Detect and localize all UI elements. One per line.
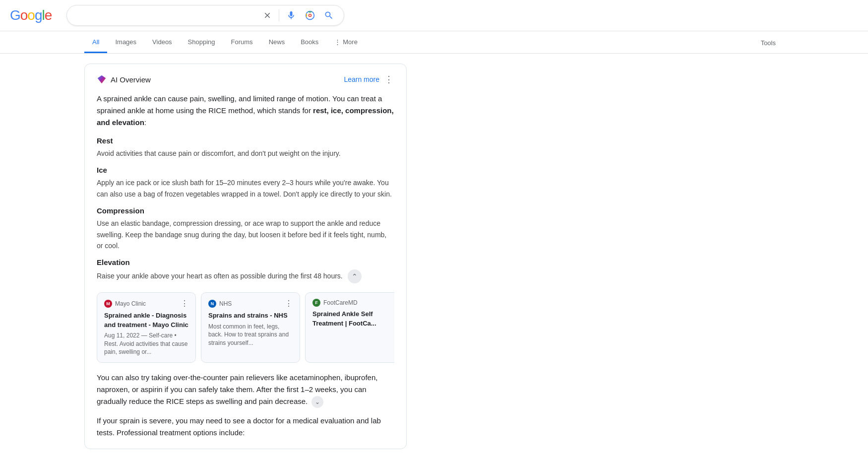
clear-button[interactable]: [261, 11, 274, 20]
nhs-favicon: N: [208, 300, 216, 308]
search-submit-button[interactable]: [322, 10, 336, 20]
ai-diamond-icon: [97, 74, 107, 84]
tab-images[interactable]: Images: [107, 32, 144, 53]
section-ice-text: Apply an ice pack or ice slush bath for …: [97, 177, 394, 199]
google-logo[interactable]: Google: [10, 7, 52, 23]
tab-books[interactable]: Books: [293, 32, 326, 53]
ai-overview-label: AI Overview: [111, 75, 151, 84]
footcare-card-title: Sprained Ankle Self Treatment | FootCa..…: [312, 310, 394, 328]
mayo-site-info: M Mayo Clinic: [104, 300, 146, 308]
nhs-card-snippet: Most common in feet, legs, back. How to …: [208, 323, 293, 347]
collapse-elevation-button[interactable]: ⌃: [348, 269, 362, 283]
header: Google treating a sprained ankle: [0, 0, 868, 31]
section-elevation-text: Raise your ankle above your heart as oft…: [97, 269, 394, 283]
section-compression-title: Compression: [97, 206, 394, 215]
mayo-card-snippet: Aug 11, 2022 — Self-care • Rest. Avoid a…: [104, 331, 188, 356]
source-card-mayo[interactable]: M Mayo Clinic ⋮ Sprained ankle - Diagnos…: [97, 292, 196, 363]
tab-forums[interactable]: Forums: [223, 32, 261, 53]
ai-overview-box: AI Overview Learn more ⋮ A sprained ankl…: [84, 64, 407, 449]
source-card-footcare[interactable]: F FootCareMD Sprained Ankle Self Treatme…: [305, 292, 394, 363]
source-card-footcare-header: F FootCareMD: [312, 299, 394, 307]
mayo-favicon: M: [104, 300, 112, 308]
source-card-nhs[interactable]: N NHS ⋮ Sprains and strains - NHS Most c…: [201, 292, 300, 363]
section-elevation-title: Elevation: [97, 258, 394, 266]
mayo-card-title: Sprained ankle - Diagnosis and treatment…: [104, 311, 188, 329]
voice-search-button[interactable]: [284, 10, 298, 20]
mayo-card-menu[interactable]: ⋮: [181, 299, 188, 308]
footcare-site-info: F FootCareMD: [312, 299, 358, 307]
tab-videos[interactable]: Videos: [144, 32, 180, 53]
mayo-site-name: Mayo Clinic: [115, 300, 146, 307]
ai-intro-text: A sprained ankle can cause pain, swellin…: [97, 93, 394, 129]
section-compression-text: Use an elastic bandage, compression dres…: [97, 218, 394, 251]
ai-outro-text: You can also try taking over-the-counter…: [97, 372, 394, 408]
section-elevation: Elevation Raise your ankle above your he…: [97, 258, 394, 283]
section-ice-title: Ice: [97, 166, 394, 174]
tab-all[interactable]: All: [84, 32, 107, 53]
tab-shopping[interactable]: Shopping: [180, 32, 223, 53]
footcare-site-name: FootCareMD: [323, 299, 358, 306]
section-rest: Rest Avoid activities that cause pain or…: [97, 136, 394, 159]
source-card-nhs-header: N NHS ⋮: [208, 299, 293, 308]
tab-more[interactable]: ⋮ More: [326, 32, 366, 53]
search-input[interactable]: treating a sprained ankle: [75, 11, 256, 20]
section-compression: Compression Use an elastic bandage, comp…: [97, 206, 394, 251]
section-ice: Ice Apply an ice pack or ice slush bath …: [97, 166, 394, 199]
nav-tabs: All Images Videos Shopping Forums News B…: [0, 32, 868, 54]
ai-overview-title-right: Learn more ⋮: [344, 74, 394, 85]
footcare-favicon: F: [312, 299, 320, 307]
section-rest-title: Rest: [97, 136, 394, 145]
tab-news[interactable]: News: [261, 32, 293, 53]
ai-overview-menu-button[interactable]: ⋮: [383, 74, 394, 85]
section-rest-text: Avoid activities that cause pain or disc…: [97, 148, 394, 159]
svg-point-0: [309, 14, 311, 17]
ai-overview-header: AI Overview Learn more ⋮: [97, 74, 394, 85]
tools-button[interactable]: Tools: [753, 33, 784, 53]
main-content: AI Overview Learn more ⋮ A sprained ankl…: [0, 54, 868, 464]
nhs-card-menu[interactable]: ⋮: [285, 299, 293, 308]
nhs-site-name: NHS: [219, 300, 232, 307]
ai-overview-title-left: AI Overview: [97, 74, 151, 84]
learn-more-link[interactable]: Learn more: [344, 75, 379, 83]
lens-button[interactable]: [303, 10, 317, 20]
nhs-card-title: Sprains and strains - NHS: [208, 311, 293, 320]
ai-outro-end-text: If your sprain is severe, you may need t…: [97, 415, 394, 439]
search-bar: treating a sprained ankle: [66, 5, 344, 26]
source-cards: M Mayo Clinic ⋮ Sprained ankle - Diagnos…: [97, 292, 394, 363]
expand-outro-button[interactable]: ⌄: [311, 396, 323, 408]
source-card-mayo-header: M Mayo Clinic ⋮: [104, 299, 188, 308]
content-area: AI Overview Learn more ⋮ A sprained ankl…: [84, 64, 407, 459]
search-divider: [279, 9, 279, 21]
nhs-site-info: N NHS: [208, 300, 232, 308]
